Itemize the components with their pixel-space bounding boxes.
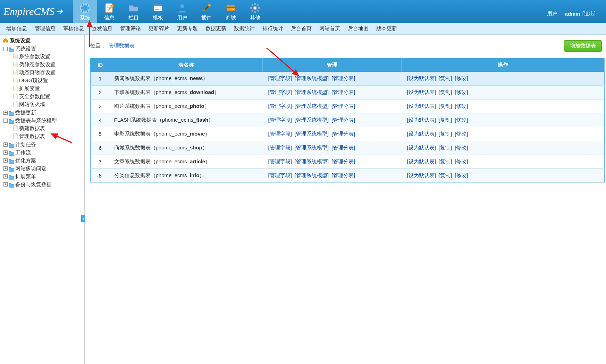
sidebar-collapse-handle[interactable]: ◂ [81,215,85,222]
tree-folder[interactable]: -数据表与系统模型 [3,117,83,124]
manage-link[interactable]: [管理字段] [268,172,292,178]
manage-link[interactable]: [管理字段] [268,103,292,109]
manage-link[interactable]: [管理分表] [331,131,355,137]
top-tab-folder[interactable]: 栏目 [121,0,146,23]
tree-leaf[interactable]: 扩展变量 [13,85,83,92]
manage-link[interactable]: [管理分表] [331,158,355,164]
logout-link[interactable]: [退出] [582,10,596,17]
submenu-item[interactable]: 审核信息 [63,25,84,32]
submenu-item[interactable]: 更新专题 [177,25,198,32]
expand-icon[interactable]: + [3,150,8,155]
ops-link[interactable]: [复制] [439,117,452,123]
manage-link[interactable]: [管理系统模型] [295,75,329,81]
expand-icon[interactable]: + [3,166,8,171]
submenu-item[interactable]: 签发信息 [92,25,112,32]
tree-leaf[interactable]: DIGG顶设置 [13,77,83,84]
top-tab-tools[interactable]: 插件 [194,0,219,23]
manage-link[interactable]: [管理分表] [331,117,355,123]
tree-folder[interactable]: +网站多访问端 [3,165,83,172]
submenu-item[interactable]: 增加信息 [6,25,27,32]
ops-link[interactable]: [修改] [455,172,468,178]
ops-link[interactable]: [设为默认表] [407,145,436,150]
manage-link[interactable]: [管理字段] [268,158,292,164]
ops-link[interactable]: [设为默认表] [407,117,436,123]
submenu-item[interactable]: 后台首页 [291,25,312,32]
manage-link[interactable]: [管理分表] [331,172,355,178]
tree-leaf[interactable]: 新建数据表 [13,124,83,132]
expand-icon[interactable]: + [3,142,8,147]
manage-link[interactable]: [管理字段] [268,145,292,150]
manage-link[interactable]: [管理系统模型] [295,103,329,109]
manage-link[interactable]: [管理分表] [331,75,355,81]
submenu-item[interactable]: 网站首页 [319,25,340,32]
tree-folder[interactable]: +优化方案 [3,157,83,164]
ops-link[interactable]: [修改] [455,103,468,109]
ops-link[interactable]: [设为默认表] [407,103,436,109]
manage-link[interactable]: [管理系统模型] [295,158,329,164]
collapse-icon[interactable]: - [3,47,8,51]
ops-link[interactable]: [复制] [439,145,452,150]
top-tab-globe[interactable]: 系统 [73,0,97,23]
submenu-item[interactable]: 数据更新 [205,25,226,32]
manage-link[interactable]: [管理分表] [331,103,355,109]
collapse-icon[interactable]: - [3,119,8,123]
submenu-item[interactable]: 更新碎片 [149,25,169,32]
top-tab-pencil-doc[interactable]: 信息 [97,0,121,23]
ops-link[interactable]: [修改] [455,131,468,137]
tree-leaf[interactable]: 伪静态参数设置 [13,61,83,68]
ops-link[interactable]: [修改] [455,145,468,150]
submenu-item[interactable]: 数据统计 [234,25,255,32]
tree-folder[interactable]: +数据更新 [3,109,83,116]
manage-link[interactable]: [管理系统模型] [295,145,329,150]
tree-leaf[interactable]: 系统参数设置 [13,53,83,60]
submenu-item[interactable]: 后台地图 [348,25,369,32]
ops-link[interactable]: [设为默认表] [407,172,436,178]
ops-link[interactable]: [修改] [455,158,468,164]
manage-link[interactable]: [管理分表] [331,145,355,150]
expand-icon[interactable]: + [3,182,8,187]
tree-folder[interactable]: +扩展菜单 [3,173,83,180]
ops-link[interactable]: [设为默认表] [407,131,436,137]
tree-folder[interactable]: -系统设置 [3,45,83,52]
tree-leaf[interactable]: 安全参数配置 [13,93,83,100]
ops-link[interactable]: [复制] [439,89,452,95]
ops-link[interactable]: [设为默认表] [407,75,436,81]
ops-link[interactable]: [复制] [439,103,452,109]
tree-folder[interactable]: +备份与恢复数据 [3,181,83,188]
submenu-item[interactable]: 版本更新 [376,25,397,32]
manage-link[interactable]: [管理系统模型] [295,131,329,137]
submenu-item[interactable]: 管理信息 [35,25,56,32]
ops-link[interactable]: [复制] [439,131,452,137]
breadcrumb-current[interactable]: 管理数据表 [109,43,135,49]
submenu-item[interactable]: 管理评论 [120,25,141,32]
top-tab-window[interactable]: 模板 [146,0,170,23]
manage-link[interactable]: [管理字段] [268,117,292,123]
top-tab-person[interactable]: 用户 [170,0,194,23]
add-table-button[interactable]: 增加数据表 [564,40,602,52]
top-tab-card[interactable]: 商城 [219,0,243,23]
tree-folder[interactable]: +计划任务 [3,141,83,148]
expand-icon[interactable]: + [3,111,8,115]
tree-folder[interactable]: +工作流 [3,149,83,156]
manage-link[interactable]: [管理系统模型] [295,89,329,95]
manage-link[interactable]: [管理系统模型] [295,172,329,178]
top-tab-gear[interactable]: 其他 [243,0,267,23]
ops-link[interactable]: [修改] [455,89,468,95]
ops-link[interactable]: [修改] [455,75,468,81]
manage-link[interactable]: [管理字段] [268,131,292,137]
manage-link[interactable]: [管理字段] [268,75,292,81]
manage-link[interactable]: [管理分表] [331,89,355,95]
tree-leaf[interactable]: 网站防火墙 [13,101,83,108]
ops-link[interactable]: [修改] [455,117,468,123]
expand-icon[interactable]: + [3,158,8,163]
ops-link[interactable]: [设为默认表] [407,89,436,95]
ops-link[interactable]: [复制] [439,158,452,164]
tree-leaf[interactable]: 管理数据表 [13,132,83,140]
manage-link[interactable]: [管理字段] [268,89,292,95]
submenu-item[interactable]: 排行统计 [262,25,283,32]
ops-link[interactable]: [复制] [439,172,452,178]
manage-link[interactable]: [管理系统模型] [295,117,329,123]
tree-leaf[interactable]: 动态页缓存设置 [13,69,83,76]
expand-icon[interactable]: + [3,174,8,179]
ops-link[interactable]: [设为默认表] [407,158,436,164]
